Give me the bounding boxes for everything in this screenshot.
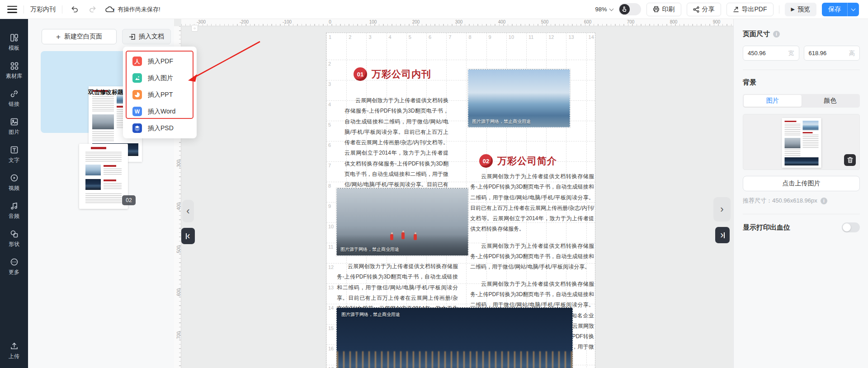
cloud-alert-icon: ! [105, 4, 115, 15]
svg-text:!: ! [113, 8, 115, 13]
section-2-title[interactable]: 02 万彩公司简介 [479, 154, 557, 168]
zoom-level-dropdown[interactable]: 98% [595, 6, 613, 13]
pdf-file-icon: 人 [132, 57, 142, 66]
menu-item-label: 插入Word [148, 108, 175, 116]
upload-image-button[interactable]: 点击上传图片 [743, 176, 860, 191]
sidebar-item-images[interactable]: 图片 [0, 113, 28, 141]
insert-document-menu: 人 插入PDF 插入图片 插入PPT W 插入Word 插 [123, 47, 197, 138]
export-pdf-button[interactable]: 导出PDF [726, 3, 774, 16]
sidebar-label: 上传 [9, 353, 19, 360]
delete-background-button[interactable] [844, 154, 856, 166]
paragraph-right-2[interactable]: 云展网创致力于为上传者提供文档转换存储服务-上传PDF转换为3D翻页电子书，自动… [470, 241, 594, 273]
bar-icon [724, 232, 725, 238]
divider [779, 5, 779, 14]
recommended-size: 推荐尺寸：450.96x618.96px i [743, 197, 860, 205]
export-pdf-label: 导出PDF [742, 5, 767, 14]
menu-item-insert-word[interactable]: W 插入Word [123, 103, 197, 120]
new-blank-page-button[interactable]: + 新建空白页面 [42, 29, 117, 44]
sidebar-item-links[interactable]: 链接 [0, 85, 28, 113]
ruler-h-label: 100 [369, 19, 377, 24]
ruler-h-label: 200 [412, 19, 420, 24]
next-page-button[interactable]: › [713, 197, 731, 222]
section-title-text: 万彩公司简介 [497, 155, 557, 167]
sidebar-label: 素材库 [6, 72, 22, 80]
undo-icon[interactable] [69, 4, 80, 15]
print-button[interactable]: 印刷 [646, 3, 681, 16]
chevron-right-icon: › [720, 204, 723, 214]
grid-column: 1 [326, 33, 327, 368]
share-button[interactable]: 分享 [687, 3, 721, 16]
sidebar-item-video[interactable]: 视频 [0, 169, 28, 197]
menu-item-insert-image[interactable]: 插入图片 [123, 70, 197, 86]
info-icon[interactable]: i [821, 198, 827, 204]
prev-page-button[interactable]: ‹ [182, 200, 194, 222]
video-icon [10, 174, 19, 182]
template-icon [10, 33, 19, 42]
info-icon[interactable]: i [773, 31, 780, 38]
paragraph-right-1[interactable]: 云展网创致力于为上传者提供文档转换存储服务-上传PDF转换为3D翻页电子书，自动… [470, 171, 594, 235]
top-toolbar: 万彩内刊 ! 有操作尚未保存! [0, 0, 868, 19]
menu-item-label: 插入PDF [148, 57, 173, 66]
photo-foggy-road[interactable]: 图片源于网络，禁止商业用途 [336, 188, 468, 256]
sidebar-item-assets[interactable]: 素材库 [0, 57, 28, 85]
background-tabs: 图片 颜色 [743, 94, 860, 108]
ruler-h-label: 800 [670, 19, 678, 24]
thumbnail-edit-hint: 双击修改标题 [88, 88, 123, 96]
sidebar-item-templates[interactable]: 模板 [0, 29, 28, 57]
sidebar-label: 形状 [9, 241, 19, 248]
psd-file-icon [132, 123, 142, 133]
sidebar-label: 文字 [9, 156, 19, 164]
menu-item-insert-pdf[interactable]: 人 插入PDF [123, 53, 197, 70]
recommend-text: 推荐尺寸：450.96x618.96px [743, 197, 817, 205]
menu-item-insert-ppt[interactable]: 插入PPT [123, 86, 197, 103]
sidebar-item-audio[interactable]: 音频 [0, 197, 28, 225]
section-2-badge: 02 [479, 154, 493, 168]
width-suffix: 宽 [788, 49, 794, 57]
last-page-button[interactable]: › [715, 227, 730, 243]
editor-canvas[interactable]: -300-200-1000100200300400500600700800900… [174, 19, 733, 368]
menu-item-insert-psd[interactable]: 插入PSD [123, 120, 197, 137]
ruler-horizontal: -300-200-1000100200300400500600700800900 [181, 19, 733, 26]
more-icon [10, 258, 19, 266]
insert-document-button[interactable]: 插入文档 [122, 29, 171, 44]
ruler-h-label: -200 [240, 19, 249, 24]
text-icon [10, 146, 19, 154]
menu-item-label: 插入PSD [148, 124, 174, 132]
tab-background-color[interactable]: 颜色 [802, 95, 859, 107]
sidebar-item-text[interactable]: 文字 [0, 141, 28, 169]
sidebar-item-shapes[interactable]: 形状 [0, 225, 28, 253]
document-page[interactable]: 1234567891011121314234567891011121314151… [326, 33, 595, 368]
left-sidebar: 模板 素材库 链接 图片 文字 [0, 19, 28, 368]
unsaved-text: 有操作尚未保存! [118, 5, 160, 14]
page-thumbnail-2[interactable] [79, 144, 128, 209]
menu-icon[interactable] [7, 6, 17, 13]
sidebar-item-more[interactable]: 更多 [0, 253, 28, 281]
share-label: 分享 [702, 5, 715, 14]
photo-night-city[interactable]: 图片源于网络，禁止商业用途 [336, 307, 573, 368]
section-1-title[interactable]: 01 万彩公司内刊 [354, 67, 431, 81]
chevron-left-icon: ‹ [186, 206, 189, 216]
background-image-preview[interactable] [743, 114, 860, 170]
chevron-left-icon: ‹ [187, 231, 190, 241]
touch-mode-toggle[interactable] [618, 3, 641, 15]
plus-icon: + [56, 33, 61, 41]
page-width-input[interactable]: 450.96 宽 [743, 46, 799, 61]
ruler-h-label: 500 [541, 19, 549, 24]
first-page-button[interactable]: ‹ [181, 228, 195, 244]
photo-city-river[interactable]: 图片源于网络，禁止商业用途 [468, 69, 570, 127]
preview-button[interactable]: ▶ 预览 [785, 3, 816, 16]
grid-row: 2 [326, 60, 595, 60]
chevron-down-icon [851, 6, 856, 11]
share-icon [693, 6, 699, 13]
save-options-caret[interactable] [848, 9, 859, 10]
ruler-h-label: -300 [197, 19, 206, 24]
image-file-icon [132, 73, 142, 83]
page-number-badge: 02 [122, 195, 136, 205]
sidebar-item-upload[interactable]: 上传 [0, 337, 28, 365]
bleed-toggle[interactable] [842, 222, 860, 232]
page-height-input[interactable]: 618.96 高 [804, 46, 860, 61]
redo-icon[interactable] [87, 4, 99, 15]
save-button[interactable]: 保存 [822, 3, 859, 16]
ruler-origin-toggle[interactable]: ○ [191, 25, 198, 32]
tab-background-image[interactable]: 图片 [744, 95, 802, 107]
